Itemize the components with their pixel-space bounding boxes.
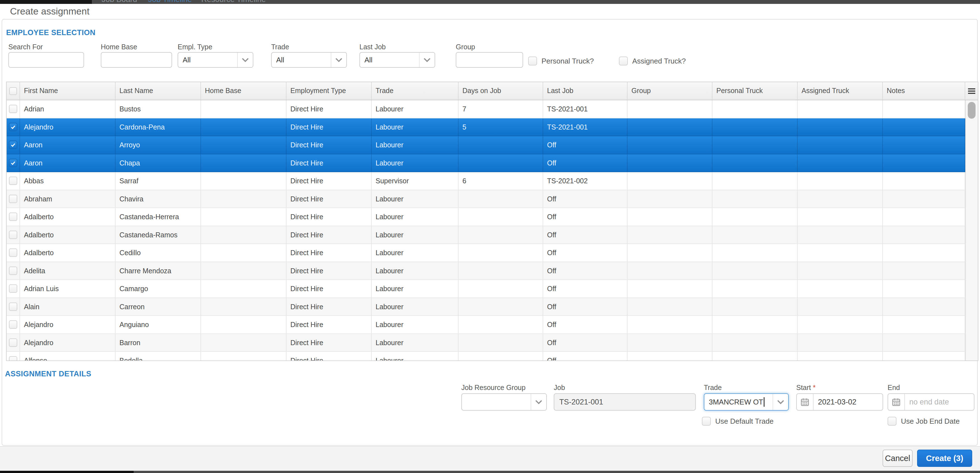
cell-group — [628, 280, 713, 298]
cell-home-base — [201, 244, 286, 262]
table-row[interactable]: Alejandro Cardona-Pena Direct Hire Labou… — [7, 118, 965, 137]
table-row[interactable]: Aaron Arroyo Direct Hire Labourer Off — [7, 136, 965, 154]
assigned-truck-filter[interactable]: Assigned Truck? — [619, 57, 686, 65]
table-row[interactable]: Alfonso Bedolla Direct Hire Labourer Off — [7, 352, 965, 360]
chevron-down-icon[interactable] — [531, 394, 546, 410]
use-job-end-date[interactable]: Use Job End Date — [888, 417, 960, 426]
row-checkbox-cell — [7, 244, 20, 262]
row-checkbox[interactable] — [9, 356, 17, 360]
column-header-assigned-truck[interactable]: Assigned Truck — [798, 82, 883, 100]
start-date-input[interactable]: 2021-03-02 — [796, 393, 883, 411]
job-resource-group-select[interactable] — [461, 393, 547, 411]
search-for-input[interactable] — [8, 52, 84, 68]
row-checkbox[interactable] — [9, 177, 17, 185]
row-checkbox-cell — [7, 100, 20, 118]
cell-last-name: Bedolla — [116, 352, 201, 360]
row-checkbox[interactable] — [9, 141, 17, 149]
cell-days-on-job — [458, 226, 543, 244]
group-input[interactable] — [456, 52, 523, 68]
chevron-down-icon[interactable] — [331, 53, 346, 67]
row-checkbox[interactable] — [9, 248, 17, 257]
chevron-down-icon[interactable] — [419, 53, 434, 67]
scrollbar-thumb[interactable] — [968, 102, 975, 119]
home-base-input[interactable] — [101, 52, 172, 68]
table-row[interactable]: Alejandro Anguiano Direct Hire Labourer … — [7, 316, 965, 334]
row-checkbox[interactable] — [9, 338, 17, 347]
cell-personal-truck — [713, 280, 798, 298]
cell-first-name: Adalberto — [20, 208, 116, 226]
column-header-last-job[interactable]: Last Job — [543, 82, 628, 100]
cell-last-name: Chapa — [116, 154, 201, 172]
table-row[interactable]: Adalberto Castaneda-Ramos Direct Hire La… — [7, 226, 965, 244]
table-row[interactable]: Abraham Chavira Direct Hire Labourer Off — [7, 190, 965, 209]
background-sidebar-edge — [0, 471, 134, 473]
row-checkbox[interactable] — [9, 159, 17, 167]
column-header-notes[interactable]: Notes — [883, 82, 965, 100]
column-header-first-name[interactable]: First Name — [20, 82, 116, 100]
trade-filter-select[interactable]: All — [271, 52, 347, 68]
job-readonly-input[interactable]: TS-2021-001 — [554, 393, 696, 411]
cell-trade: Labourer — [372, 280, 458, 298]
column-header-home-base[interactable]: Home Base — [201, 82, 286, 100]
column-header-group[interactable]: Group — [628, 82, 713, 100]
use-job-end-date-checkbox[interactable] — [888, 417, 896, 426]
personal-truck-filter[interactable]: Personal Truck? — [528, 57, 594, 65]
row-checkbox[interactable] — [9, 303, 17, 311]
column-header-employment-type[interactable]: Employment Type — [286, 82, 372, 100]
table-row[interactable]: Adrian Bustos Direct Hire Labourer 7 TS-… — [7, 100, 965, 118]
assigned-truck-checkbox[interactable] — [619, 57, 628, 65]
column-header-days-on-job[interactable]: Days on Job — [458, 82, 543, 100]
cell-last-name: Chavira — [116, 190, 201, 209]
calendar-icon[interactable] — [797, 394, 813, 410]
row-checkbox[interactable] — [9, 320, 17, 329]
table-row[interactable]: Adrian Luis Camargo Direct Hire Labourer… — [7, 280, 965, 298]
row-checkbox[interactable] — [9, 213, 17, 221]
empl-type-value: All — [178, 53, 237, 67]
vertical-scrollbar[interactable] — [965, 100, 978, 360]
table-row[interactable]: Adelita Charre Mendoza Direct Hire Labou… — [7, 262, 965, 280]
trade-combobox-input[interactable]: 3MANCREW OT — [705, 394, 773, 410]
cancel-button[interactable]: Cancel — [883, 450, 913, 467]
calendar-icon[interactable] — [888, 394, 905, 410]
select-all-checkbox[interactable] — [9, 87, 17, 95]
column-header-trade[interactable]: Trade — [372, 82, 458, 100]
table-row[interactable]: Adalberto Cedillo Direct Hire Labourer O… — [7, 244, 965, 262]
empl-type-select[interactable]: All — [178, 52, 253, 68]
table-row[interactable]: Aaron Chapa Direct Hire Labourer Off — [7, 154, 965, 172]
cell-first-name: Adrian Luis — [20, 280, 116, 298]
cell-personal-truck — [713, 118, 798, 137]
cell-first-name: Abraham — [20, 190, 116, 209]
chevron-down-icon[interactable] — [237, 53, 253, 67]
personal-truck-checkbox[interactable] — [528, 57, 537, 65]
end-date-input[interactable]: no end date — [888, 393, 974, 411]
cell-assigned-truck — [798, 154, 883, 172]
use-default-trade[interactable]: Use Default Trade — [702, 417, 774, 426]
row-checkbox[interactable] — [9, 284, 17, 293]
row-checkbox[interactable] — [9, 123, 17, 131]
use-default-trade-checkbox[interactable] — [702, 417, 711, 426]
cell-first-name: Alfonso — [20, 352, 116, 360]
table-row[interactable]: Alain Carreon Direct Hire Labourer Off — [7, 298, 965, 316]
background-page-bottom-strip — [0, 471, 980, 473]
row-checkbox[interactable] — [9, 231, 17, 239]
filter-trade: Trade All — [271, 43, 347, 68]
start-date-field: Start * 2021-03-02 — [796, 383, 883, 411]
table-row[interactable]: Abbas Sarraf Direct Hire Supervisor 6 TS… — [7, 172, 965, 190]
create-button[interactable]: Create (3) — [917, 450, 972, 467]
column-header-last-name[interactable]: Last Name — [116, 82, 201, 100]
cell-personal-truck — [713, 262, 798, 280]
job-resource-group-field: Job Resource Group — [461, 383, 547, 411]
table-row[interactable]: Adalberto Castaneda-Herrera Direct Hire … — [7, 208, 965, 226]
row-checkbox[interactable] — [9, 105, 17, 113]
cell-notes — [883, 316, 965, 334]
cell-employment-type: Direct Hire — [286, 280, 372, 298]
last-job-select[interactable]: All — [360, 52, 435, 68]
table-row[interactable]: Alejandro Barron Direct Hire Labourer Of… — [7, 334, 965, 352]
row-checkbox[interactable] — [9, 195, 17, 203]
chevron-down-icon[interactable] — [773, 394, 788, 410]
column-header-personal-truck[interactable]: Personal Truck — [713, 82, 798, 100]
row-checkbox[interactable] — [9, 267, 17, 275]
trade-combobox[interactable]: 3MANCREW OT — [704, 393, 789, 411]
hamburger-menu-icon[interactable] — [967, 88, 976, 94]
cell-first-name: Adelita — [20, 262, 116, 280]
